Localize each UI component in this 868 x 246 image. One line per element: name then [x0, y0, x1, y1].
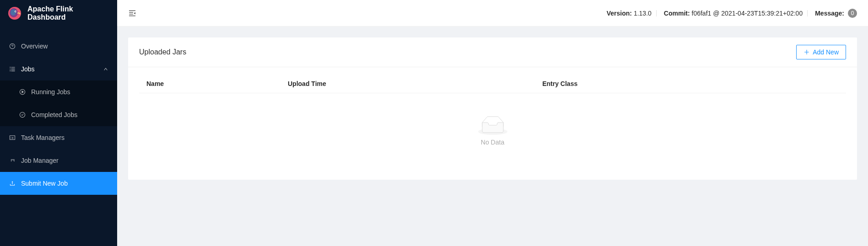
sidebar-item-running-jobs[interactable]: Running Jobs — [0, 80, 117, 103]
svg-point-4 — [16, 11, 16, 12]
schedule-icon — [9, 134, 16, 141]
sidebar-menu: Overview Jobs Running Jobs Completed Job… — [0, 35, 117, 191]
sidebar: Apache Flink Dashboard Overview Jobs Run… — [0, 0, 117, 191]
sidebar-item-task-managers[interactable]: Task Managers — [0, 126, 117, 149]
upload-icon — [9, 180, 16, 187]
empty-state: No Data — [139, 93, 846, 169]
jars-table: Name Upload Time Entry Class — [139, 75, 846, 169]
check-circle-icon — [19, 112, 27, 118]
build-icon — [9, 157, 16, 164]
message-count-badge[interactable]: 0 — [848, 9, 857, 18]
column-header-name: Name — [139, 75, 280, 93]
collapse-sidebar-button[interactable] — [128, 9, 136, 17]
play-circle-icon — [19, 89, 27, 95]
sidebar-item-job-manager[interactable]: Job Manager — [0, 149, 117, 172]
chevron-up-icon — [103, 67, 108, 71]
column-header-entry-class: Entry Class — [535, 75, 846, 93]
column-header-upload-time: Upload Time — [280, 75, 535, 93]
commit-value: f06faf1 @ 2021-04-23T15:39:21+02:00 — [692, 10, 803, 17]
sidebar-item-completed-jobs[interactable]: Completed Jobs — [0, 103, 117, 126]
header-info: Version: 1.13.0 Commit: f06faf1 @ 2021-0… — [604, 9, 857, 18]
sidebar-item-submit-new-job[interactable]: Submit New Job — [0, 172, 117, 191]
flink-logo-icon — [7, 6, 22, 21]
sidebar-item-overview[interactable]: Overview — [0, 35, 117, 58]
uploaded-jars-card: Uploaded Jars Add New Name Upload Time E… — [128, 37, 857, 180]
header: Version: 1.13.0 Commit: f06faf1 @ 2021-0… — [117, 0, 868, 27]
add-new-label: Add New — [813, 48, 839, 56]
jars-table-wrapper: Name Upload Time Entry Class — [128, 67, 857, 180]
inbox-icon — [139, 116, 846, 135]
version-value: 1.13.0 — [634, 10, 652, 17]
sidebar-item-label: Running Jobs — [31, 88, 70, 96]
sidebar-item-label: Submit New Job — [21, 180, 68, 187]
sidebar-header: Apache Flink Dashboard — [0, 0, 117, 27]
plus-icon — [803, 49, 810, 55]
divider — [807, 10, 808, 16]
message-label: Message: — [815, 10, 844, 17]
main-content: Uploaded Jars Add New Name Upload Time E… — [117, 0, 868, 191]
add-new-button[interactable]: Add New — [796, 45, 846, 59]
app-title: Apache Flink Dashboard — [27, 5, 110, 21]
sidebar-item-label: Task Managers — [21, 134, 65, 141]
sidebar-item-label: Overview — [21, 43, 48, 50]
divider — [656, 10, 657, 16]
sidebar-item-jobs[interactable]: Jobs — [0, 58, 117, 80]
svg-point-2 — [11, 9, 16, 16]
dashboard-icon — [9, 43, 16, 49]
sidebar-item-label: Jobs — [21, 65, 35, 73]
card-header: Uploaded Jars Add New — [128, 37, 857, 67]
sidebar-item-label: Completed Jobs — [31, 111, 77, 118]
bars-icon — [9, 66, 16, 72]
commit-label: Commit: — [664, 10, 690, 17]
version-label: Version: — [607, 10, 632, 17]
card-title: Uploaded Jars — [139, 48, 186, 56]
empty-text: No Data — [139, 139, 846, 146]
sidebar-item-label: Job Manager — [21, 157, 59, 164]
